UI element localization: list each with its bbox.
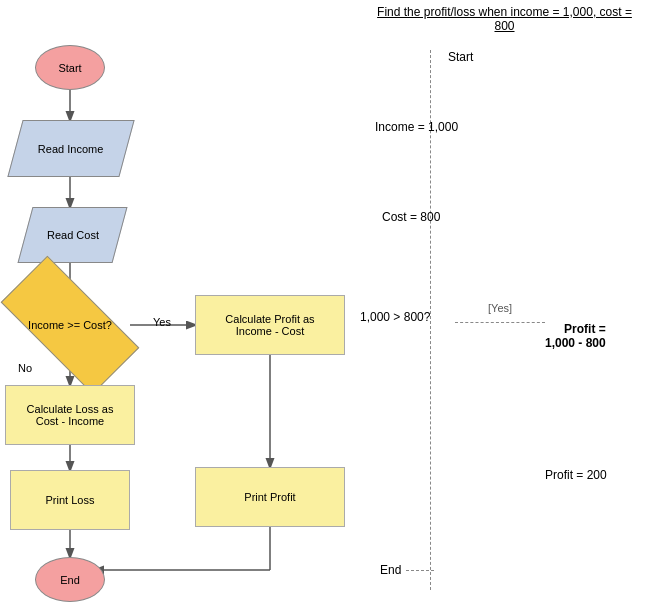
decision-shape: Income >= Cost?: [5, 292, 135, 358]
trace-income: Income = 1,000: [375, 120, 458, 134]
trace-condition: 1,000 > 800?: [360, 310, 430, 324]
calc-loss-shape: Calculate Loss as Cost - Income: [5, 385, 135, 445]
trace-yes-bracket: [Yes]: [488, 302, 512, 314]
calc-loss-label: Calculate Loss as Cost - Income: [27, 403, 114, 427]
flowchart: Start Read Income Read Cost Income >= Co…: [0, 0, 360, 611]
trace-start: Start: [448, 50, 473, 64]
read-income-shape: Read Income: [7, 120, 134, 177]
print-loss-label: Print Loss: [46, 494, 95, 506]
start-label: Start: [58, 62, 81, 74]
start-shape: Start: [35, 45, 105, 90]
trace-cost: Cost = 800: [382, 210, 440, 224]
end-label: End: [60, 574, 80, 586]
trace-yes-line: [455, 322, 545, 323]
calc-profit-label: Calculate Profit as Income - Cost: [225, 313, 314, 337]
trace-end: End: [380, 563, 401, 577]
trace-end-line: [406, 570, 434, 571]
print-loss-shape: Print Loss: [10, 470, 130, 530]
print-profit-label: Print Profit: [244, 491, 295, 503]
trace-title: Find the profit/loss when income = 1,000…: [370, 5, 639, 33]
read-cost-label: Read Cost: [47, 229, 99, 241]
read-income-label: Read Income: [38, 143, 103, 155]
trace-profit-val: Profit = 200: [545, 468, 607, 482]
trace-section: Find the profit/loss when income = 1,000…: [360, 0, 649, 611]
decision-label: Income >= Cost?: [28, 319, 112, 331]
print-profit-shape: Print Profit: [195, 467, 345, 527]
yes-label: Yes: [142, 312, 182, 332]
trace-profit-calc: Profit = 1,000 - 800: [545, 308, 606, 350]
calc-profit-shape: Calculate Profit as Income - Cost: [195, 295, 345, 355]
end-shape: End: [35, 557, 105, 602]
no-label: No: [10, 358, 40, 378]
read-cost-shape: Read Cost: [17, 207, 127, 263]
